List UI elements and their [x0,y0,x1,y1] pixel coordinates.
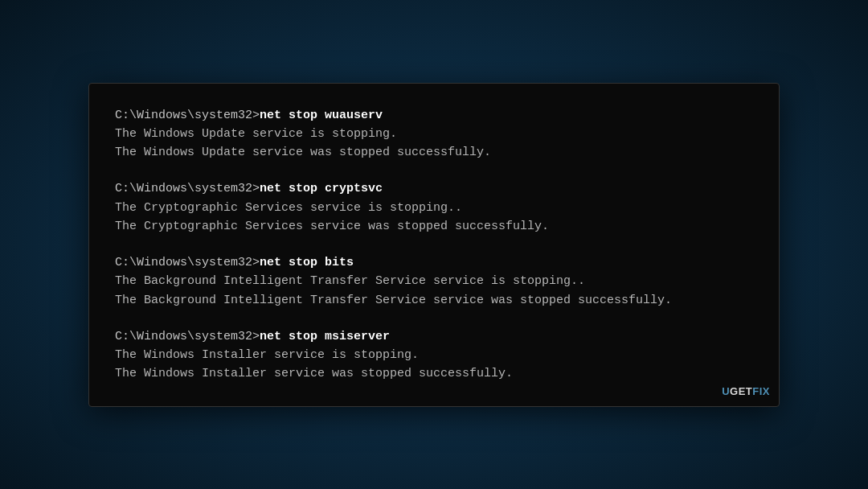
prompt-3: C:\Windows\system32> [115,330,260,343]
watermark: UGETFIX [722,385,770,397]
output-line-0-1: The Windows Update service was stopped s… [115,143,753,162]
cmd-block-0: C:\Windows\system32>net stop wuauservThe… [115,106,753,162]
command-1: net stop cryptsvc [260,182,383,195]
cmd-line-2: C:\Windows\system32>net stop bits [115,253,753,272]
command-0: net stop wuauserv [260,109,383,122]
watermark-get: GET [730,385,752,397]
command-2: net stop bits [260,256,354,269]
cmd-line-1: C:\Windows\system32>net stop cryptsvc [115,179,753,198]
output-line-3-0: The Windows Installer service is stoppin… [115,346,753,364]
output-line-2-0: The Background Intelligent Transfer Serv… [115,272,753,290]
output-line-1-0: The Cryptographic Services service is st… [115,199,753,217]
watermark-fix: FIX [752,385,770,397]
terminal-wrapper: C:\Windows\system32>net stop wuauservThe… [88,83,780,407]
output-line-0-0: The Windows Update service is stopping. [115,125,753,143]
terminal-window: C:\Windows\system32>net stop wuauservThe… [88,83,780,407]
prompt-2: C:\Windows\system32> [115,256,260,269]
prompt-0: C:\Windows\system32> [115,109,260,122]
output-line-3-1: The Windows Installer service was stoppe… [115,364,753,383]
cmd-line-0: C:\Windows\system32>net stop wuauserv [115,106,753,125]
cmd-line-3: C:\Windows\system32>net stop msiserver [115,327,753,346]
cmd-block-3: C:\Windows\system32>net stop msiserverTh… [115,327,753,384]
prompt-1: C:\Windows\system32> [115,182,260,195]
command-3: net stop msiserver [260,330,390,343]
output-line-1-1: The Cryptographic Services service was s… [115,217,753,236]
output-line-2-1: The Background Intelligent Transfer Serv… [115,291,753,310]
cmd-block-2: C:\Windows\system32>net stop bitsThe Bac… [115,253,753,310]
cmd-block-1: C:\Windows\system32>net stop cryptsvcThe… [115,179,753,236]
watermark-u: U [722,385,730,397]
